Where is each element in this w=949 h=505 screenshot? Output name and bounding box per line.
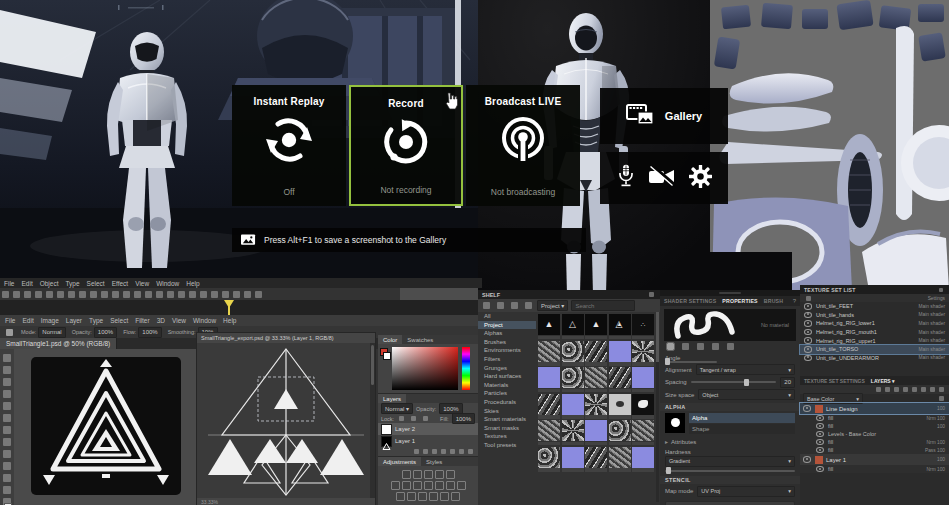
adjustment-icon[interactable] <box>435 481 444 490</box>
ps-tool-icon[interactable] <box>3 474 11 482</box>
param-dropdown[interactable]: Object▾ <box>698 389 795 400</box>
bg-menu-object[interactable]: Object <box>40 280 59 287</box>
lock-pixels-icon[interactable] <box>411 416 416 421</box>
hardness-slider-handle[interactable] <box>666 467 671 474</box>
layers-action-icon[interactable] <box>441 449 446 454</box>
texture-set-unit_tile_hands[interactable]: Unit_tile_handsMain shader <box>800 311 949 320</box>
ps-tool-icon[interactable] <box>3 450 11 458</box>
ps-tool-icon[interactable] <box>3 366 11 374</box>
bg-toolbar-icon[interactable] <box>35 291 42 298</box>
background-color-swatch[interactable] <box>383 352 391 360</box>
ps-menu-layer[interactable]: Layer <box>66 317 82 324</box>
gear-icon[interactable] <box>689 165 712 192</box>
ps-tool-icon[interactable] <box>3 486 11 494</box>
shelf-resource-g1[interactable] <box>538 341 560 366</box>
visibility-eye-icon[interactable] <box>816 415 824 422</box>
adjustment-icon[interactable] <box>413 481 422 490</box>
layers-action-icon[interactable] <box>450 449 455 454</box>
alpha-thumbnail[interactable] <box>665 413 685 433</box>
uv-2d-viewport[interactable] <box>710 0 949 290</box>
smudge-tool-icon[interactable] <box>727 343 734 350</box>
canvas-scrollbar[interactable] <box>370 343 375 498</box>
slider-handle[interactable] <box>744 379 749 386</box>
shelf-category-skies[interactable]: Skies <box>478 407 536 416</box>
attributes-toggle[interactable]: ▸Attributes <box>660 437 800 447</box>
ps-menu-view[interactable]: View <box>172 317 186 324</box>
help-icon[interactable]: ? <box>793 298 796 304</box>
bg-toolbar-icon[interactable] <box>68 291 75 298</box>
layer-levels---base-color[interactable]: Levels - Base Color <box>800 430 949 438</box>
adjustment-icon[interactable] <box>402 470 411 479</box>
shelf-scrollbar[interactable] <box>656 312 659 502</box>
adjustment-icon[interactable] <box>451 492 460 501</box>
shelf-category-brushes[interactable]: Brushes <box>478 338 536 347</box>
texture-set-helmet_rig_rig_mouth1[interactable]: Helmet_rig_RIG_mouth1Main shader <box>800 328 949 337</box>
shelf-resource-g2[interactable] <box>538 447 560 472</box>
shelf-resource-g3[interactable] <box>538 394 560 419</box>
shelf-category-alphas[interactable]: Alphas <box>478 329 536 338</box>
bg-menu-window[interactable]: Window <box>156 280 179 287</box>
adjustments-tab-styles[interactable]: Styles <box>421 457 447 466</box>
hardness-dropdown[interactable]: Gradient▾ <box>665 456 795 467</box>
dock-tab-texture-set-settings[interactable]: TEXTURE SET SETTINGS <box>804 378 865 384</box>
layers-action-icon[interactable] <box>468 449 473 454</box>
shelf-resource-purple[interactable] <box>538 367 560 392</box>
shelf-resource-purple[interactable] <box>609 341 631 366</box>
bg-menu-view[interactable]: View <box>135 280 149 287</box>
ps-menu-file[interactable]: File <box>5 317 15 324</box>
adjustment-icon[interactable] <box>391 481 400 490</box>
visibility-eye-icon[interactable] <box>804 303 812 310</box>
lock-all-icon[interactable] <box>423 416 428 421</box>
adjustment-icon[interactable] <box>424 470 433 479</box>
shelf-resource-purple[interactable] <box>632 367 654 392</box>
adjustment-icon[interactable] <box>435 470 444 479</box>
bg-toolbar-icon[interactable] <box>200 291 207 298</box>
color-tab-swatches[interactable]: Swatches <box>402 335 438 344</box>
ps-tool-icon[interactable] <box>3 354 11 362</box>
layer-action-icon[interactable] <box>930 387 935 392</box>
shelf-resource-dots[interactable]: ∴ <box>632 314 654 339</box>
option-value[interactable]: 100% <box>94 327 117 338</box>
shelf-category-smart-masks[interactable]: Smart masks <box>478 424 536 433</box>
visibility-eye-icon[interactable] <box>816 439 824 446</box>
bg-toolbar-icon[interactable] <box>244 291 251 298</box>
timeline-strip[interactable] <box>0 300 478 315</box>
bg-toolbar-icon[interactable] <box>101 291 108 298</box>
shelf-folder-icon[interactable] <box>483 302 490 309</box>
bg-toolbar-icon[interactable] <box>255 291 262 298</box>
shelf-category-project[interactable]: Project <box>478 321 536 330</box>
floating-window-title[interactable]: SmallTriangle_export.psd @ 33.33% (Layer… <box>201 335 334 341</box>
properties-tab-shader-settings[interactable]: SHADER SETTINGS <box>664 298 716 304</box>
ps-tool-icon[interactable] <box>3 378 11 386</box>
stencil-reset-button[interactable]: Reset No stencil (Del/Bcksp) <box>665 501 795 505</box>
lock-transparency-icon[interactable] <box>399 416 404 421</box>
visibility-eye-icon[interactable] <box>804 312 812 319</box>
adjustment-icon[interactable] <box>396 492 405 501</box>
projection-tool-icon[interactable] <box>697 343 704 350</box>
texture-set-helmet_rig_rig_lower1[interactable]: Helmet_rig_RIG_lower1Main shader <box>800 319 949 328</box>
camera-off-icon[interactable] <box>648 166 676 191</box>
color-gradient-field[interactable] <box>392 347 458 390</box>
visibility-eye-icon[interactable] <box>804 329 812 336</box>
adjustment-icon[interactable] <box>424 481 433 490</box>
shelf-dock-icon[interactable] <box>649 292 654 297</box>
map-mode-dropdown[interactable]: UV Proj▾ <box>697 486 795 497</box>
shelf-category-particles[interactable]: Particles <box>478 389 536 398</box>
param-value[interactable]: 20 <box>780 377 795 388</box>
bg-menu-type[interactable]: Type <box>65 280 79 287</box>
param-slider[interactable] <box>665 361 717 363</box>
shelf-resource-purple[interactable] <box>632 447 654 472</box>
ps-menu-window[interactable]: Window <box>193 317 216 324</box>
shelf-resource-g1[interactable] <box>632 420 654 445</box>
bg-menu-file[interactable]: File <box>4 280 14 287</box>
visibility-eye-icon[interactable] <box>803 405 811 412</box>
bg-toolbar-icon[interactable] <box>145 291 152 298</box>
shelf-import-icon[interactable] <box>497 302 504 309</box>
bg-toolbar-icon[interactable] <box>90 291 97 298</box>
visibility-eye-icon[interactable] <box>804 337 812 344</box>
layers-tab[interactable]: Layers <box>378 394 406 403</box>
layer-action-icon[interactable] <box>939 387 944 392</box>
ps-tool-icon[interactable] <box>3 402 11 410</box>
overlay-tile-broadcast-live[interactable]: Broadcast LIVENot broadcasting <box>466 85 580 206</box>
shelf-category-tool-presets[interactable]: Tool presets <box>478 441 536 450</box>
